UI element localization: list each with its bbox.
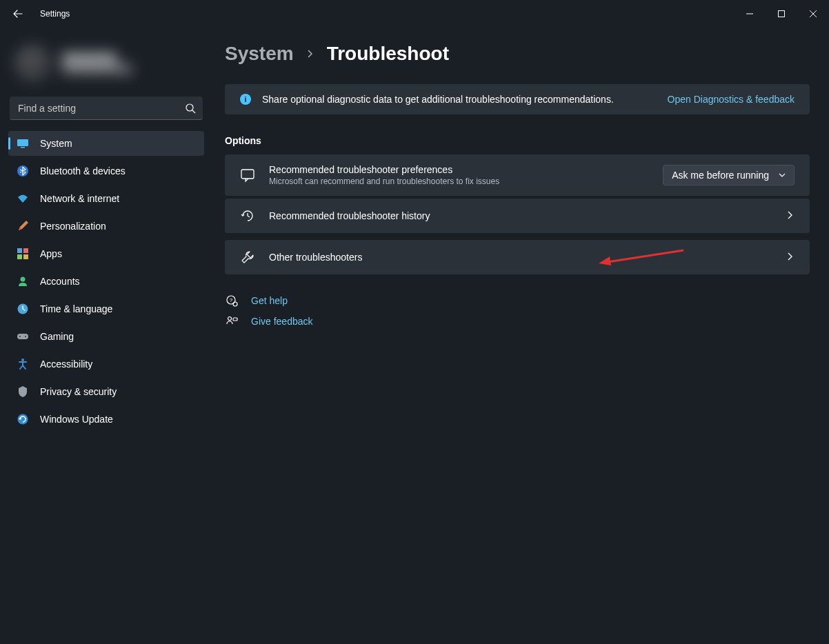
chevron-right-icon	[306, 47, 314, 61]
sidebar-item-personalization[interactable]: Personalization	[8, 214, 204, 239]
card-recommended-preferences[interactable]: Recommended troubleshooter preferences M…	[225, 154, 810, 196]
sidebar-item-privacy[interactable]: Privacy & security	[8, 379, 204, 404]
paintbrush-icon	[17, 220, 29, 232]
sidebar-item-accounts[interactable]: Accounts	[8, 269, 204, 294]
update-icon	[17, 413, 29, 425]
dropdown-value: Ask me before running	[672, 170, 769, 181]
gamepad-icon	[17, 330, 29, 343]
window-title: Settings	[40, 9, 70, 19]
svg-rect-16	[241, 170, 254, 179]
sidebar-item-label: Accessibility	[40, 359, 92, 370]
sidebar-item-label: Network & internet	[40, 193, 119, 204]
svg-rect-5	[17, 248, 22, 253]
sidebar-item-label: Privacy & security	[40, 386, 117, 397]
titlebar-left: Settings	[12, 8, 70, 19]
back-button[interactable]	[12, 8, 23, 19]
shield-icon	[17, 385, 29, 398]
svg-rect-6	[23, 248, 28, 253]
search-button[interactable]	[183, 101, 197, 115]
sidebar-item-system[interactable]: System	[8, 131, 204, 156]
clock-icon	[17, 303, 29, 315]
svg-rect-11	[17, 334, 28, 339]
svg-rect-23	[233, 318, 237, 321]
titlebar: Settings	[0, 0, 829, 28]
card-text: Recommended troubleshooter history	[269, 210, 772, 221]
svg-rect-7	[17, 254, 22, 259]
profile-email: ████████████	[62, 64, 132, 75]
footer-links: ? Get help Give feedback	[225, 294, 810, 328]
card-other-troubleshooters[interactable]: Other troubleshooters	[225, 240, 810, 274]
breadcrumb-parent[interactable]: System	[225, 43, 294, 65]
search-box	[10, 97, 203, 120]
svg-text:?: ?	[230, 297, 233, 303]
card-text: Recommended troubleshooter preferences M…	[269, 164, 649, 186]
feedback-icon	[225, 314, 239, 328]
minimize-button[interactable]	[734, 3, 766, 25]
card-troubleshooter-history[interactable]: Recommended troubleshooter history	[225, 199, 810, 233]
close-button[interactable]	[797, 3, 829, 25]
apps-icon	[17, 248, 29, 260]
card-title: Other troubleshooters	[269, 252, 772, 263]
svg-point-9	[21, 277, 26, 282]
bluetooth-icon	[17, 165, 29, 177]
maximize-icon	[778, 10, 785, 17]
search-input[interactable]	[10, 97, 203, 120]
profile-name: ████████	[62, 52, 132, 64]
open-diagnostics-link[interactable]: Open Diagnostics & feedback	[668, 94, 795, 105]
sidebar-item-time[interactable]: Time & language	[8, 296, 204, 321]
sidebar-item-label: Accounts	[40, 276, 80, 287]
card-title: Recommended troubleshooter history	[269, 210, 772, 221]
sidebar-item-label: Windows Update	[40, 414, 113, 425]
link-label: Get help	[251, 295, 288, 306]
maximize-button[interactable]	[766, 3, 797, 25]
svg-point-13	[25, 336, 26, 337]
nav-list: System Bluetooth & devices Network & int…	[8, 131, 204, 434]
sidebar: ████████ ████████████ System	[0, 28, 212, 644]
content: System Troubleshoot i Share optional dia…	[212, 28, 829, 644]
sidebar-item-label: Gaming	[40, 331, 74, 342]
info-icon: i	[240, 94, 251, 105]
svg-point-1	[186, 104, 193, 111]
svg-point-15	[18, 414, 28, 425]
svg-point-20	[233, 302, 237, 306]
help-icon: ?	[225, 294, 239, 308]
link-label: Give feedback	[251, 316, 313, 327]
card-title: Recommended troubleshooter preferences	[269, 164, 649, 175]
sidebar-item-label: Bluetooth & devices	[40, 165, 126, 177]
close-icon	[810, 10, 817, 17]
sidebar-item-apps[interactable]: Apps	[8, 241, 204, 266]
svg-rect-2	[17, 139, 28, 146]
banner-text: Share optional diagnostic data to get ad…	[262, 94, 614, 105]
person-icon	[17, 275, 29, 288]
options-heading: Options	[225, 135, 810, 146]
wifi-icon	[17, 192, 29, 205]
card-text: Other troubleshooters	[269, 252, 772, 263]
sidebar-item-label: Apps	[40, 248, 62, 259]
svg-point-14	[21, 359, 24, 361]
preferences-dropdown[interactable]: Ask me before running	[663, 165, 795, 185]
svg-rect-8	[23, 254, 28, 259]
sidebar-item-label: System	[40, 138, 72, 149]
sidebar-item-network[interactable]: Network & internet	[8, 186, 204, 211]
arrow-left-icon	[13, 9, 23, 19]
monitor-icon	[17, 137, 29, 150]
history-icon	[240, 208, 255, 223]
page-title: Troubleshoot	[327, 43, 449, 65]
svg-rect-0	[779, 11, 785, 17]
sidebar-item-update[interactable]: Windows Update	[8, 407, 204, 432]
sidebar-item-gaming[interactable]: Gaming	[8, 324, 204, 349]
breadcrumb: System Troubleshoot	[225, 43, 810, 65]
sidebar-item-accessibility[interactable]: Accessibility	[8, 352, 204, 376]
diagnostics-banner: i Share optional diagnostic data to get …	[225, 84, 810, 114]
give-feedback-link[interactable]: Give feedback	[225, 314, 810, 328]
get-help-link[interactable]: ? Get help	[225, 294, 810, 308]
minimize-icon	[746, 10, 753, 17]
card-subtitle: Microsoft can recommend and run troubles…	[269, 177, 649, 186]
svg-point-22	[228, 317, 232, 321]
search-icon	[186, 103, 196, 114]
sidebar-item-bluetooth[interactable]: Bluetooth & devices	[8, 159, 204, 183]
sidebar-item-label: Personalization	[40, 221, 106, 232]
profile-region[interactable]: ████████ ████████████	[8, 33, 204, 94]
accessibility-icon	[17, 358, 29, 370]
svg-rect-3	[21, 147, 25, 148]
